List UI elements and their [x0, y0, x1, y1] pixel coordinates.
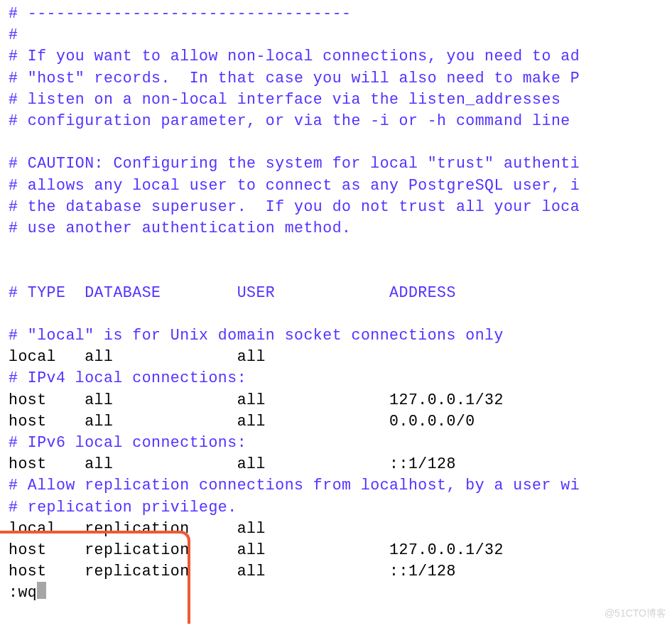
blank-line [9, 260, 672, 281]
config-comment-line: # allows any local user to connect as an… [9, 175, 672, 196]
config-comment-line: # CAUTION: Configuring the system for lo… [9, 153, 672, 174]
config-comment-line: # the database superuser. If you do not … [9, 196, 672, 217]
config-line: host replication all 127.0.0.1/32 [9, 539, 672, 561]
config-comment-line: # configuration parameter, or via the -i… [9, 110, 672, 131]
blank-line [9, 239, 672, 260]
config-comment-line: # "host" records. In that case you will … [9, 67, 672, 89]
vim-command-text: :wq [9, 584, 37, 601]
config-comment-line: # use another authentication method. [9, 217, 672, 239]
config-comment-line: # IPv6 local connections: [9, 432, 672, 453]
config-comment-line: # Allow replication connections from loc… [9, 475, 672, 496]
vim-command-line[interactable]: :wq [9, 582, 672, 603]
config-comment-line: # TYPE DATABASE USER ADDRESS [9, 282, 672, 303]
config-comment-line: # [9, 24, 672, 45]
config-comment-line: # ---------------------------------- [9, 3, 672, 24]
config-line: host replication all ::1/128 [9, 561, 672, 582]
blank-line [9, 303, 672, 325]
blank-line [9, 131, 672, 153]
vim-editor[interactable]: # ----------------------------------## I… [0, 0, 672, 604]
config-line: host all all 0.0.0.0/0 [9, 411, 672, 432]
config-line: local all all [9, 346, 672, 367]
config-comment-line: # "local" is for Unix domain socket conn… [9, 325, 672, 346]
watermark-text: @51CTO博客 [605, 602, 666, 624]
config-comment-line: # If you want to allow non-local connect… [9, 45, 672, 67]
cursor-block [37, 582, 46, 599]
config-line: host all all 127.0.0.1/32 [9, 389, 672, 411]
config-comment-line: # IPv4 local connections: [9, 367, 672, 389]
config-comment-line: # replication privilege. [9, 497, 672, 518]
config-line: local replication all [9, 518, 672, 539]
config-comment-line: # listen on a non-local interface via th… [9, 89, 672, 110]
config-line: host all all ::1/128 [9, 453, 672, 475]
